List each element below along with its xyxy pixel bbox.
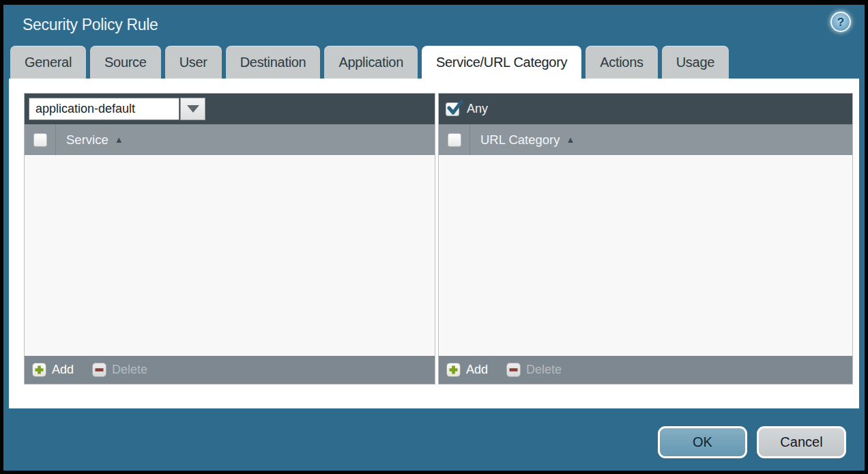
url-category-column-label[interactable]: URL Category (480, 133, 560, 148)
tab-source[interactable]: Source (90, 46, 161, 79)
service-panel-footer: Add Delete (25, 356, 435, 384)
service-type-dropdown[interactable]: application-default (29, 98, 205, 120)
help-icon[interactable]: ? (830, 12, 851, 32)
service-column-header: Service ▲ (25, 124, 435, 155)
tab-user[interactable]: User (165, 46, 222, 79)
service-type-dropdown-button[interactable] (180, 98, 205, 120)
tab-general[interactable]: General (10, 46, 86, 79)
service-select-all-checkbox[interactable] (33, 133, 47, 147)
dialog-action-row: OK Cancel (3, 426, 846, 458)
security-policy-rule-dialog: Security Policy Rule ? General Source Us… (0, 0, 868, 474)
delete-label: Delete (526, 363, 562, 377)
url-category-panel: Any URL Category ▲ Add (438, 93, 853, 385)
chevron-down-icon (187, 105, 199, 113)
cancel-button[interactable]: Cancel (757, 426, 846, 458)
any-checkbox[interactable] (446, 102, 459, 116)
service-delete-button[interactable]: Delete (92, 363, 147, 377)
any-label: Any (467, 102, 488, 116)
service-panel: application-default Service ▲ (24, 93, 435, 385)
add-label: Add (52, 363, 74, 377)
tab-bar: General Source User Destination Applicat… (3, 44, 865, 79)
minus-icon (92, 363, 106, 377)
url-category-add-button[interactable]: Add (446, 363, 488, 377)
tab-content-area: application-default Service ▲ (9, 79, 859, 408)
tab-destination[interactable]: Destination (226, 46, 321, 79)
service-column-label[interactable]: Service (66, 133, 108, 148)
dialog-titlebar: Security Policy Rule ? (3, 5, 865, 44)
dialog-title: Security Policy Rule (23, 16, 158, 34)
sort-asc-icon[interactable]: ▲ (115, 135, 124, 145)
url-category-delete-button[interactable]: Delete (506, 363, 562, 377)
any-row: Any (443, 102, 488, 116)
url-category-list (439, 155, 852, 356)
delete-label: Delete (112, 363, 147, 377)
url-category-select-all-cell (439, 124, 470, 155)
help-glyph: ? (837, 16, 844, 28)
service-list (25, 155, 435, 356)
tab-application[interactable]: Application (324, 46, 418, 79)
tab-usage[interactable]: Usage (662, 46, 729, 79)
url-category-panel-footer: Add Delete (439, 356, 852, 384)
plus-icon (32, 363, 46, 377)
service-add-button[interactable]: Add (32, 363, 74, 377)
ok-button[interactable]: OK (658, 426, 747, 458)
tab-actions[interactable]: Actions (585, 46, 658, 79)
service-panel-toolbar: application-default (25, 94, 435, 124)
service-select-all-cell (25, 124, 56, 155)
check-icon (446, 99, 463, 117)
tab-service-url-category[interactable]: Service/URL Category (422, 46, 581, 79)
sort-asc-icon[interactable]: ▲ (566, 135, 575, 145)
url-category-panel-toolbar: Any (439, 94, 852, 124)
minus-icon (506, 363, 521, 377)
plus-icon (446, 363, 461, 377)
add-label: Add (466, 363, 488, 377)
service-type-dropdown-value[interactable]: application-default (29, 98, 179, 120)
panels-container: application-default Service ▲ (24, 93, 856, 385)
url-category-column-header: URL Category ▲ (439, 124, 852, 155)
url-category-select-all-checkbox[interactable] (448, 133, 461, 147)
